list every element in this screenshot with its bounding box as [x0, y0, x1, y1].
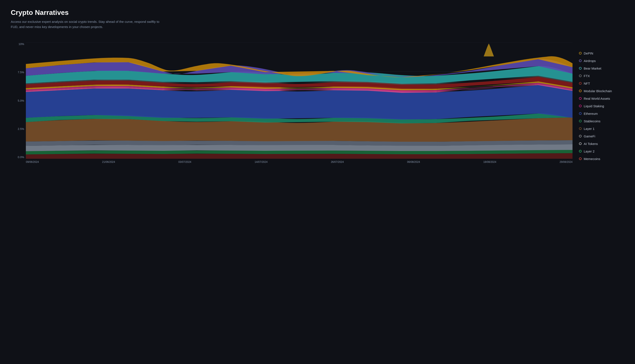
y-label-25: 2.5%: [18, 127, 24, 130]
legend-label-liquidstaking: Liquid Staking: [584, 104, 604, 108]
legend-item-aitokens: AI Tokens: [579, 142, 622, 146]
legend-item-ethereum: Ethereum: [579, 112, 622, 116]
legend-item-bearmarket: Bear Market: [579, 66, 622, 70]
y-axis: 10% 7.5% 5.0% 2.5% 0.0%: [15, 42, 26, 159]
legend-item-modular: Modular Blockchain: [579, 89, 622, 93]
legend-label-memecoins: Memecoins: [584, 157, 600, 161]
legend-item-airdrops: Airdrops: [579, 59, 622, 63]
x-axis: 09/06/2024 21/06/2024 03/07/2024 14/07/2…: [26, 159, 572, 167]
legend-dot-airdrops: [579, 60, 581, 62]
legend-label-layer2: Layer 2: [584, 150, 594, 153]
legend-item-layer2: Layer 2: [579, 150, 622, 153]
legend-dot-rwa: [579, 97, 581, 100]
legend-label-modular: Modular Blockchain: [584, 89, 612, 93]
legend-item-depin: DePIN: [579, 52, 622, 55]
x-label-6: 06/08/2024: [407, 160, 420, 164]
legend-dot-stablecoins: [579, 120, 581, 122]
legend-dot-liquidstaking: [579, 105, 581, 107]
legend-dot-modular: [579, 90, 581, 92]
x-label-8: 29/08/2024: [559, 160, 572, 164]
x-label-1: 09/06/2024: [26, 160, 39, 164]
legend-label-airdrops: Airdrops: [584, 59, 596, 63]
legend-item-gamefi: GameFi: [579, 134, 622, 138]
y-label-75: 7.5%: [18, 71, 24, 74]
legend-item-rwa: Real World Assets: [579, 97, 622, 100]
legend-item-liquidstaking: Liquid Staking: [579, 104, 622, 108]
legend-dot-layer1: [579, 127, 581, 130]
legend-label-ftx: FTX: [584, 74, 590, 78]
legend-item-stablecoins: Stablecoins: [579, 119, 622, 123]
legend-dot-memecoins: [579, 158, 581, 160]
legend-label-bearmarket: Bear Market: [584, 66, 601, 70]
legend-dot-nft: [579, 82, 581, 85]
chart-legend: DePIN Airdrops Bear Market FTX NFT Modul…: [579, 42, 622, 167]
chart-svg: [26, 42, 572, 159]
legend-dot-depin: [579, 52, 581, 54]
legend-label-depin: DePIN: [584, 52, 593, 55]
legend-dot-aitokens: [579, 142, 581, 145]
x-label-5: 26/07/2024: [331, 160, 344, 164]
y-label-00: 0.0%: [18, 156, 24, 159]
legend-label-gamefi: GameFi: [584, 134, 595, 138]
y-label-50: 5.0%: [18, 99, 24, 102]
chart-area: 10% 7.5% 5.0% 2.5% 0.0%: [15, 42, 572, 167]
y-label-10: 10%: [19, 42, 24, 46]
legend-label-stablecoins: Stablecoins: [584, 119, 600, 123]
x-label-7: 18/08/2024: [483, 160, 496, 164]
legend-label-rwa: Real World Assets: [584, 97, 610, 100]
chart-container: 10% 7.5% 5.0% 2.5% 0.0%: [11, 38, 624, 172]
legend-item-nft: NFT: [579, 82, 622, 85]
x-label-3: 03/07/2024: [178, 160, 191, 164]
legend-label-layer1: Layer 1: [584, 127, 594, 130]
legend-dot-layer2: [579, 150, 581, 152]
legend-dot-gamefi: [579, 135, 581, 138]
legend-label-aitokens: AI Tokens: [584, 142, 598, 146]
page-title: Crypto Narratives: [11, 8, 624, 16]
page-description: Access our exclusive expert analysis on …: [11, 19, 162, 30]
legend-label-ethereum: Ethereum: [584, 112, 598, 116]
legend-label-nft: NFT: [584, 82, 590, 85]
legend-dot-ftx: [579, 74, 581, 77]
legend-item-ftx: FTX: [579, 74, 622, 78]
x-label-2: 21/06/2024: [102, 160, 115, 164]
legend-dot-ethereum: [579, 112, 581, 115]
legend-item-layer1: Layer 1: [579, 127, 622, 130]
legend-dot-bearmarket: [579, 67, 581, 70]
x-label-4: 14/07/2024: [255, 160, 268, 164]
legend-item-memecoins: Memecoins: [579, 157, 622, 161]
